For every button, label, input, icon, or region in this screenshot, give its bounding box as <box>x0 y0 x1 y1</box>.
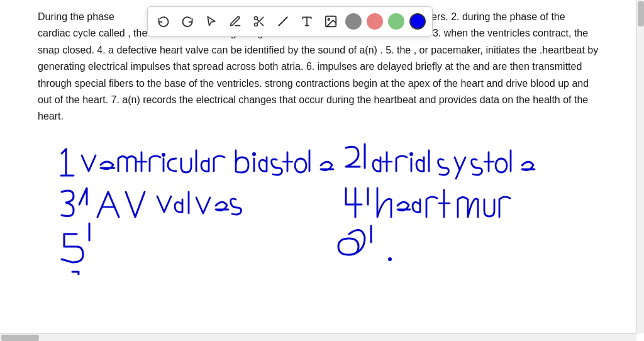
redo-button[interactable] <box>178 12 197 31</box>
pen-tool-button[interactable] <box>226 12 245 31</box>
select-tool-button[interactable] <box>202 12 221 31</box>
undo-button[interactable] <box>154 12 173 31</box>
scrollbar-right[interactable] <box>636 0 644 333</box>
svg-line-5 <box>279 17 287 25</box>
color-gray[interactable] <box>345 13 362 30</box>
toolbar <box>147 6 433 36</box>
content-area: During the phase blood flows into all fo… <box>0 0 636 333</box>
scrollbar-bottom[interactable] <box>0 333 636 341</box>
color-pink[interactable] <box>367 13 383 30</box>
image-tool-button[interactable] <box>321 12 340 31</box>
svg-point-13 <box>409 152 413 156</box>
scrollbar-thumb-right[interactable] <box>638 1 644 26</box>
answers-area <box>38 137 591 275</box>
scissors-tool-button[interactable] <box>250 12 269 31</box>
text-tool-button[interactable] <box>297 12 316 31</box>
svg-line-4 <box>257 20 259 21</box>
svg-point-14 <box>496 159 507 172</box>
svg-point-10 <box>162 153 165 157</box>
color-blue[interactable] <box>409 13 426 30</box>
svg-point-15 <box>388 257 392 261</box>
line-tool-button[interactable] <box>274 12 292 31</box>
svg-line-3 <box>260 23 264 26</box>
color-green[interactable] <box>388 13 404 30</box>
svg-point-9 <box>328 18 330 20</box>
svg-point-12 <box>295 159 306 172</box>
scrollbar-thumb-bottom[interactable] <box>1 335 39 341</box>
svg-point-11 <box>252 152 256 156</box>
